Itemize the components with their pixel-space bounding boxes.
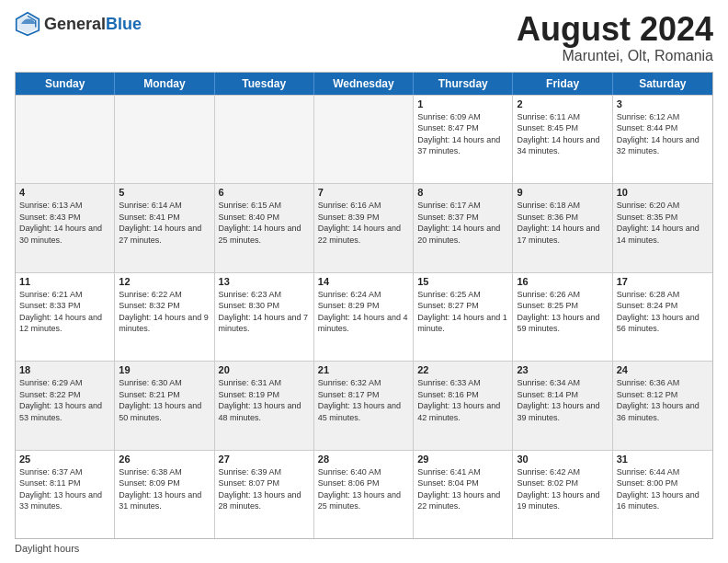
- day-number: 16: [517, 276, 608, 287]
- day-info: Sunrise: 6:36 AMSunset: 8:12 PMDaylight:…: [617, 377, 709, 423]
- day-number: 4: [19, 187, 110, 198]
- title-month: August 2024: [517, 11, 713, 48]
- day-info: Sunrise: 6:11 AMSunset: 8:45 PMDaylight:…: [517, 111, 608, 157]
- cal-cell: 30Sunrise: 6:42 AMSunset: 8:02 PMDayligh…: [513, 451, 612, 538]
- day-number: 2: [517, 98, 608, 109]
- day-number: 6: [219, 187, 310, 198]
- cal-cell: 15Sunrise: 6:25 AMSunset: 8:27 PMDayligh…: [414, 273, 513, 361]
- cal-cell: [115, 96, 214, 183]
- day-number: 29: [417, 454, 508, 465]
- logo-icon: [15, 11, 40, 37]
- cal-cell: 8Sunrise: 6:17 AMSunset: 8:37 PMDaylight…: [414, 184, 513, 271]
- cal-cell: 4Sunrise: 6:13 AMSunset: 8:43 PMDaylight…: [16, 184, 115, 271]
- day-number: 28: [318, 454, 409, 465]
- day-number: 30: [517, 454, 608, 465]
- day-info: Sunrise: 6:18 AMSunset: 8:36 PMDaylight:…: [517, 200, 608, 246]
- calendar-body: 1Sunrise: 6:09 AMSunset: 8:47 PMDaylight…: [16, 95, 712, 538]
- cal-cell: 19Sunrise: 6:30 AMSunset: 8:21 PMDayligh…: [115, 362, 214, 449]
- day-number: 11: [19, 276, 110, 287]
- cal-cell: 29Sunrise: 6:41 AMSunset: 8:04 PMDayligh…: [414, 451, 513, 538]
- day-number: 22: [417, 364, 508, 375]
- day-info: Sunrise: 6:32 AMSunset: 8:17 PMDaylight:…: [318, 377, 409, 423]
- day-info: Sunrise: 6:25 AMSunset: 8:27 PMDaylight:…: [417, 289, 508, 335]
- cal-cell: 24Sunrise: 6:36 AMSunset: 8:12 PMDayligh…: [613, 362, 712, 449]
- cal-cell: 26Sunrise: 6:38 AMSunset: 8:09 PMDayligh…: [115, 451, 214, 538]
- day-number: 10: [617, 187, 709, 198]
- day-of-week-wednesday: Wednesday: [314, 73, 414, 95]
- day-number: 21: [318, 364, 409, 375]
- day-number: 17: [617, 276, 709, 287]
- day-number: 14: [318, 276, 409, 287]
- day-of-week-tuesday: Tuesday: [215, 73, 314, 95]
- day-info: Sunrise: 6:29 AMSunset: 8:22 PMDaylight:…: [19, 377, 110, 423]
- header: General Blue August 2024 Maruntei, Olt, …: [15, 11, 713, 64]
- week-row-4: 18Sunrise: 6:29 AMSunset: 8:22 PMDayligh…: [16, 361, 712, 449]
- day-number: 23: [517, 364, 608, 375]
- day-number: 7: [318, 187, 409, 198]
- day-info: Sunrise: 6:33 AMSunset: 8:16 PMDaylight:…: [417, 377, 508, 423]
- day-number: 5: [119, 187, 210, 198]
- week-row-1: 1Sunrise: 6:09 AMSunset: 8:47 PMDaylight…: [16, 95, 712, 183]
- day-info: Sunrise: 6:24 AMSunset: 8:29 PMDaylight:…: [318, 289, 409, 335]
- day-number: 20: [219, 364, 310, 375]
- cal-cell: 7Sunrise: 6:16 AMSunset: 8:39 PMDaylight…: [314, 184, 414, 271]
- day-number: 19: [119, 364, 210, 375]
- cal-cell: [16, 96, 115, 183]
- day-info: Sunrise: 6:22 AMSunset: 8:32 PMDaylight:…: [119, 289, 210, 335]
- day-number: 18: [19, 364, 110, 375]
- cal-cell: 31Sunrise: 6:44 AMSunset: 8:00 PMDayligh…: [613, 451, 712, 538]
- cal-cell: 13Sunrise: 6:23 AMSunset: 8:30 PMDayligh…: [215, 273, 314, 361]
- cal-cell: 3Sunrise: 6:12 AMSunset: 8:44 PMDaylight…: [613, 96, 712, 183]
- cal-cell: 28Sunrise: 6:40 AMSunset: 8:06 PMDayligh…: [314, 451, 414, 538]
- cal-cell: 27Sunrise: 6:39 AMSunset: 8:07 PMDayligh…: [215, 451, 314, 538]
- day-info: Sunrise: 6:28 AMSunset: 8:24 PMDaylight:…: [617, 289, 709, 335]
- week-row-5: 25Sunrise: 6:37 AMSunset: 8:11 PMDayligh…: [16, 450, 712, 538]
- week-row-2: 4Sunrise: 6:13 AMSunset: 8:43 PMDaylight…: [16, 183, 712, 271]
- day-number: 24: [617, 364, 709, 375]
- day-number: 3: [617, 98, 709, 109]
- day-of-week-monday: Monday: [115, 73, 214, 95]
- day-info: Sunrise: 6:30 AMSunset: 8:21 PMDaylight:…: [119, 377, 210, 423]
- title-block: August 2024 Maruntei, Olt, Romania: [517, 11, 713, 64]
- cal-cell: 12Sunrise: 6:22 AMSunset: 8:32 PMDayligh…: [115, 273, 214, 361]
- day-of-week-thursday: Thursday: [414, 73, 513, 95]
- cal-cell: 18Sunrise: 6:29 AMSunset: 8:22 PMDayligh…: [16, 362, 115, 449]
- calendar-header-row: SundayMondayTuesdayWednesdayThursdayFrid…: [16, 73, 712, 95]
- day-info: Sunrise: 6:15 AMSunset: 8:40 PMDaylight:…: [219, 200, 310, 246]
- day-info: Sunrise: 6:34 AMSunset: 8:14 PMDaylight:…: [517, 377, 608, 423]
- day-info: Sunrise: 6:44 AMSunset: 8:00 PMDaylight:…: [617, 466, 709, 512]
- day-info: Sunrise: 6:09 AMSunset: 8:47 PMDaylight:…: [417, 111, 508, 157]
- week-row-3: 11Sunrise: 6:21 AMSunset: 8:33 PMDayligh…: [16, 272, 712, 361]
- cal-cell: 1Sunrise: 6:09 AMSunset: 8:47 PMDaylight…: [414, 96, 513, 183]
- title-location: Maruntei, Olt, Romania: [517, 48, 713, 64]
- day-info: Sunrise: 6:13 AMSunset: 8:43 PMDaylight:…: [19, 200, 110, 246]
- day-info: Sunrise: 6:14 AMSunset: 8:41 PMDaylight:…: [119, 200, 210, 246]
- day-number: 26: [119, 454, 210, 465]
- cal-cell: 5Sunrise: 6:14 AMSunset: 8:41 PMDaylight…: [115, 184, 214, 271]
- logo-blue: Blue: [106, 16, 142, 32]
- day-number: 31: [617, 454, 709, 465]
- cal-cell: 6Sunrise: 6:15 AMSunset: 8:40 PMDaylight…: [215, 184, 314, 271]
- day-number: 8: [417, 187, 508, 198]
- cal-cell: 25Sunrise: 6:37 AMSunset: 8:11 PMDayligh…: [16, 451, 115, 538]
- day-number: 27: [219, 454, 310, 465]
- logo: General Blue: [15, 11, 142, 37]
- day-info: Sunrise: 6:17 AMSunset: 8:37 PMDaylight:…: [417, 200, 508, 246]
- cal-cell: 16Sunrise: 6:26 AMSunset: 8:25 PMDayligh…: [513, 273, 612, 361]
- day-info: Sunrise: 6:38 AMSunset: 8:09 PMDaylight:…: [119, 466, 210, 512]
- day-number: 15: [417, 276, 508, 287]
- calendar: SundayMondayTuesdayWednesdayThursdayFrid…: [15, 72, 713, 539]
- cal-cell: 9Sunrise: 6:18 AMSunset: 8:36 PMDaylight…: [513, 184, 612, 271]
- logo-general: General: [44, 16, 106, 32]
- cal-cell: 23Sunrise: 6:34 AMSunset: 8:14 PMDayligh…: [513, 362, 612, 449]
- day-info: Sunrise: 6:39 AMSunset: 8:07 PMDaylight:…: [219, 466, 310, 512]
- cal-cell: 20Sunrise: 6:31 AMSunset: 8:19 PMDayligh…: [215, 362, 314, 449]
- day-number: 1: [417, 98, 508, 109]
- day-of-week-friday: Friday: [513, 73, 612, 95]
- cal-cell: [314, 96, 414, 183]
- day-info: Sunrise: 6:40 AMSunset: 8:06 PMDaylight:…: [318, 466, 409, 512]
- cal-cell: [215, 96, 314, 183]
- cal-cell: 22Sunrise: 6:33 AMSunset: 8:16 PMDayligh…: [414, 362, 513, 449]
- day-number: 12: [119, 276, 210, 287]
- day-info: Sunrise: 6:12 AMSunset: 8:44 PMDaylight:…: [617, 111, 709, 157]
